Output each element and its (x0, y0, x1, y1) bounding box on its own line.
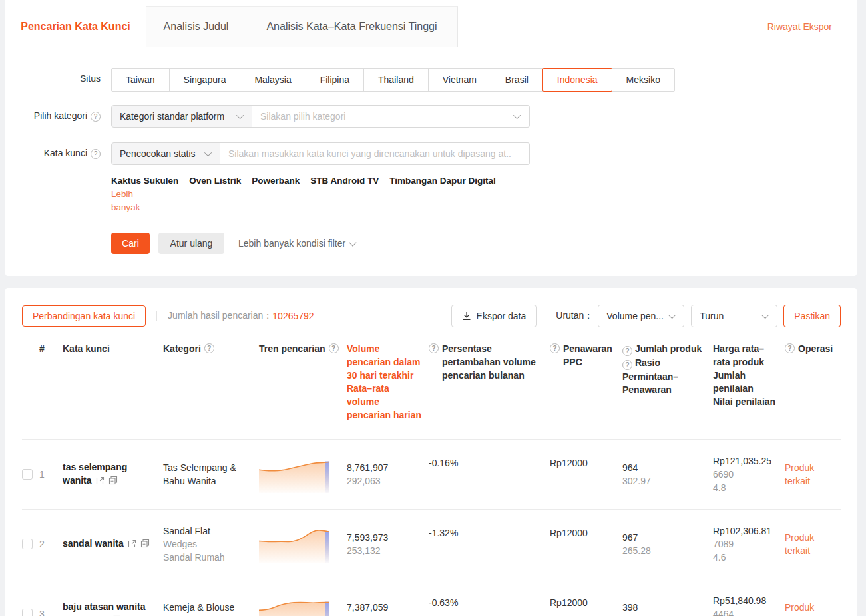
related-products-link[interactable]: Produk terkait (785, 461, 822, 488)
suggestion-timbangan-dapur[interactable]: Timbangan Dapur Digital (389, 174, 496, 188)
price-reviews-cell: Rp51,840.98 4464 4.7 (713, 594, 785, 616)
ppc-cell: Rp12000 (550, 579, 622, 609)
export-data-button[interactable]: Ekspor data (451, 305, 537, 327)
col-header-operation: ? Operasi (785, 342, 841, 355)
col-header-growth: ? Persentase pertambahan volume pencaria… (429, 342, 550, 382)
help-icon[interactable]: ? (329, 343, 339, 353)
export-data-label: Ekspor data (477, 311, 527, 321)
site-button-vietnam[interactable]: Vietnam (428, 68, 491, 92)
site-button-filipina[interactable]: Filipina (306, 68, 364, 92)
toolbar-divider (156, 311, 157, 321)
tab-pencarian-kata-kunci[interactable]: Pencarian Kata Kunci (5, 6, 146, 47)
reset-button[interactable]: Atur ulang (158, 233, 224, 254)
more-filters-toggle[interactable]: Lebih banyak kondisi filter (238, 238, 355, 249)
help-icon[interactable]: ? (91, 112, 101, 122)
keyword-search-panel: Pencarian Kata Kunci Analisis Judul Anal… (5, 0, 857, 276)
row-checkbox[interactable] (22, 469, 33, 480)
row-checkbox[interactable] (22, 609, 33, 616)
price-reviews-cell: Rp121,035.25 6690 4.8 (713, 454, 785, 494)
chevron-down-icon (204, 149, 212, 156)
help-icon[interactable]: ? (429, 343, 439, 353)
category-input[interactable] (252, 105, 530, 128)
match-type-value: Pencocokan statis (120, 148, 196, 159)
chevron-down-icon (349, 239, 356, 246)
help-icon[interactable]: ? (204, 343, 214, 353)
help-icon[interactable]: ? (91, 149, 101, 159)
more-filters-label: Lebih banyak kondisi filter (238, 238, 345, 249)
col-header-keyword: Kata kunci (63, 342, 163, 355)
related-products-link[interactable]: Produk terkait (785, 601, 822, 616)
volume-cell: 7,387,059 246,235 (347, 601, 429, 616)
suggestion-kaktus-sukulen[interactable]: Kaktus Sukulen (111, 174, 178, 188)
sort-label: Urutan： (556, 310, 593, 322)
results-panel: Perbandingan kata kunci Jumlah hasil pen… (5, 288, 857, 616)
external-link-icon[interactable] (96, 475, 105, 488)
search-trend-sparkline (259, 456, 329, 493)
search-button[interactable]: Cari (111, 233, 150, 254)
growth-cell: -1.32% (429, 510, 550, 539)
help-icon[interactable]: ? (622, 360, 632, 370)
sort-field-value: Volume pen... (606, 311, 664, 321)
row-checkbox[interactable] (22, 539, 33, 549)
external-link-icon[interactable] (128, 538, 136, 551)
more-suggestions-link[interactable]: Lebih banyak (111, 188, 143, 214)
row-rank: 1 (39, 468, 63, 481)
download-icon (462, 311, 471, 321)
help-icon[interactable]: ? (622, 346, 632, 356)
main-tabbar: Pencarian Kata Kunci Analisis Judul Anal… (5, 0, 857, 47)
row-rank: 3 (39, 607, 63, 616)
copy-add-icon[interactable] (140, 538, 150, 551)
products-ratio-cell: 964 302.97 (622, 461, 713, 488)
category-label: Pilih kategori (34, 110, 87, 121)
result-count-label: Jumlah hasil pencarian： (168, 310, 272, 322)
site-button-brasil[interactable]: Brasil (491, 68, 543, 92)
site-button-singapura[interactable]: Singapura (169, 68, 241, 92)
table-row: 1 tas selempang wanita Tas Selempang & B… (22, 439, 841, 509)
volume-cell: 8,761,907 292,063 (347, 461, 429, 488)
related-products-link[interactable]: Produk terkait (785, 531, 822, 557)
category-type-select[interactable]: Kategori standar platform (111, 105, 252, 128)
col-header-price-reviews: Harga rata–rata produk Jumlah penilaian … (713, 342, 785, 408)
search-trend-sparkline (259, 595, 329, 616)
suggestion-stb-android-tv[interactable]: STB Android TV (310, 174, 379, 188)
tab-analisis-frekuensi-tinggi[interactable]: Analisis Kata–Kata Frekuensi Tinggi (246, 6, 458, 47)
help-icon[interactable]: ? (550, 343, 560, 353)
confirm-button[interactable]: Pastikan (783, 305, 841, 327)
suggestion-oven-listrik[interactable]: Oven Listrik (189, 174, 241, 188)
keyword-compare-button[interactable]: Perbandingan kata kunci (22, 305, 146, 327)
sort-order-value: Turun (700, 311, 724, 321)
keyword-label: Kata kunci (44, 148, 87, 158)
site-button-malaysia[interactable]: Malaysia (240, 68, 306, 92)
col-header-ppc: ? Penawaran PPC (550, 342, 622, 369)
site-button-indonesia[interactable]: Indonesia (542, 68, 612, 92)
col-header-rank: # (39, 342, 63, 355)
match-type-select[interactable]: Pencocokan statis (111, 142, 220, 165)
col-header-volume[interactable]: Volume pencarian dalam 30 hari terakhir … (347, 342, 429, 422)
volume-cell: 7,593,973 253,132 (347, 531, 429, 557)
col-header-category: Kategori ? (163, 342, 259, 355)
keyword-cell: baju atasan wanita terbaru (63, 600, 163, 616)
ppc-cell: Rp12000 (550, 440, 622, 470)
table-header-row: # Kata kunci Kategori ? Tren pencarian ?… (22, 342, 841, 439)
table-row: 3 baju atasan wanita terbaru Kemeja & Bl… (22, 579, 841, 616)
site-button-thailand[interactable]: Thailand (363, 68, 429, 92)
products-ratio-cell: 398 622.67 (622, 601, 713, 616)
sort-order-select[interactable]: Turun (691, 305, 777, 327)
help-icon[interactable]: ? (785, 343, 795, 353)
site-button-meksiko[interactable]: Meksiko (612, 68, 675, 92)
suggestion-powerbank[interactable]: Powerbank (252, 174, 300, 188)
search-trend-sparkline (259, 526, 329, 563)
copy-add-icon[interactable] (108, 475, 118, 488)
growth-cell: -0.16% (429, 440, 550, 470)
chevron-down-icon (236, 112, 244, 119)
tab-analisis-judul[interactable]: Analisis Judul (146, 6, 246, 47)
table-row: 2 sandal wanita Sandal Flat Wedges Sanda… (22, 509, 841, 579)
export-history-link[interactable]: Riwayat Ekspor (767, 21, 832, 32)
keyword-input[interactable] (220, 142, 530, 165)
category-cell: Tas Selempang & Bahu Wanita (163, 461, 259, 488)
sort-field-select[interactable]: Volume pen... (598, 305, 684, 327)
site-button-taiwan[interactable]: Taiwan (111, 68, 170, 92)
ppc-cell: Rp12000 (550, 510, 622, 539)
chevron-down-icon (761, 311, 769, 319)
site-label: Situs (80, 73, 101, 84)
